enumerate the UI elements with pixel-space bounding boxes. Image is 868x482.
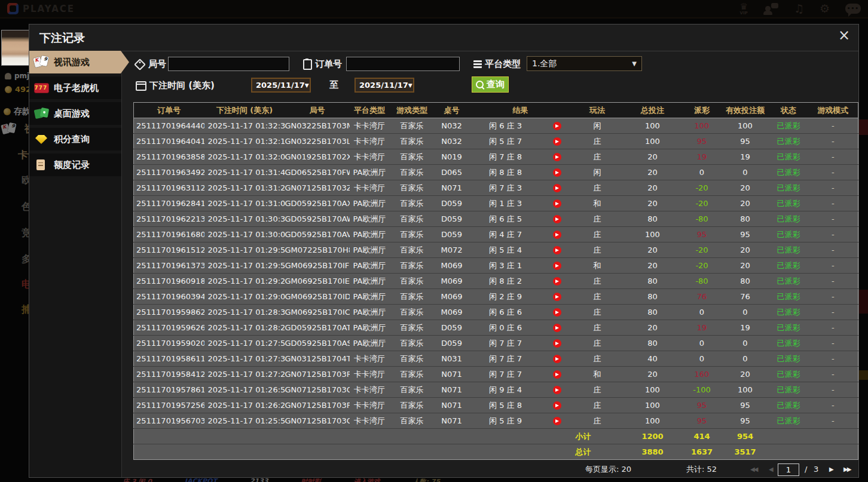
result-cell: 闲 7 庄 7 <box>469 351 572 367</box>
replay-video-button[interactable] <box>553 324 561 332</box>
replay-video-button[interactable] <box>553 199 561 208</box>
summary-cell: 1637 <box>683 444 722 460</box>
valid-bet-cell: 95 <box>722 227 769 242</box>
play-method-cell: 庄 <box>572 180 623 196</box>
order-number-input[interactable] <box>346 57 460 71</box>
replay-video-button[interactable] <box>553 355 561 363</box>
game-mode-cell: - <box>808 165 858 180</box>
cell: 百家乐 <box>390 305 435 320</box>
page-separator: / <box>805 462 807 477</box>
replay-video-button[interactable] <box>553 293 561 301</box>
sidebar-item-slots[interactable]: 电子老虎机 <box>29 76 121 99</box>
cell: PA欧洲厅 <box>350 211 390 227</box>
game-mode-cell: - <box>808 398 858 413</box>
replay-video-button[interactable] <box>553 153 561 161</box>
replay-video-button[interactable] <box>553 339 561 348</box>
cell: 百家乐 <box>390 118 435 134</box>
play-method-cell: 闲 <box>572 118 623 134</box>
replay-video-button[interactable] <box>553 417 561 425</box>
modal-title: 下注记录 <box>39 30 85 46</box>
sidebar-item-points[interactable]: 积分查询 <box>29 128 121 151</box>
replay-video-button[interactable] <box>553 137 561 146</box>
payout-cell: 19 <box>683 149 722 165</box>
last-page-button[interactable]: ▶▶ <box>843 462 850 477</box>
valid-bet-cell: 95 <box>722 134 769 149</box>
date-from-picker[interactable]: 2025/11/17 ▼ <box>251 78 311 93</box>
date-to-picker[interactable]: 2025/11/17 ▼ <box>354 78 414 93</box>
total-bet-cell: 100 <box>623 382 683 398</box>
replay-video-button[interactable] <box>553 401 561 410</box>
valid-bet-cell: 0 <box>722 336 769 351</box>
replay-video-button[interactable] <box>553 168 561 177</box>
status-cell: 已派彩 <box>769 336 808 351</box>
cell: GN01925B1702X <box>285 149 350 165</box>
game-mode-cell: - <box>808 258 858 274</box>
play-method-cell: 和 <box>572 367 623 382</box>
column-header: 平台类型 <box>350 103 390 118</box>
payout-cell: 95 <box>683 398 722 413</box>
replay-video-button[interactable] <box>553 277 561 285</box>
sidebar-item-table-games[interactable]: 桌面游戏 <box>29 102 121 125</box>
replay-video-button[interactable] <box>553 308 561 317</box>
game-mode-cell: - <box>808 351 858 367</box>
replay-video-button[interactable] <box>553 246 561 254</box>
table-games-icon <box>33 107 50 120</box>
cell: 2025-11-17 01:28:33 <box>204 305 285 320</box>
payout-cell: -100 <box>683 382 722 398</box>
replay-video-button[interactable] <box>553 231 561 239</box>
play-method-cell: 庄 <box>572 305 623 320</box>
status-cell: 已派彩 <box>769 165 808 180</box>
search-button[interactable]: 查询 <box>472 76 509 93</box>
cell: 2025-11-17 01:30:34 <box>204 211 285 227</box>
platform-type-dropdown[interactable]: 1.全部 ▼ <box>527 56 642 71</box>
replay-video-button[interactable] <box>553 122 561 130</box>
cell: 卡卡湾厅 <box>350 149 390 165</box>
platform-icon <box>473 60 482 68</box>
replay-video-button[interactable] <box>553 262 561 270</box>
valid-bet-cell: 100 <box>722 118 769 134</box>
cell: 251117019616803 <box>134 227 204 242</box>
summary-cell: 414 <box>683 429 722 444</box>
result-cell: 闲 7 庄 3 <box>469 180 572 196</box>
status-cell: 已派彩 <box>769 413 808 429</box>
close-icon[interactable]: × <box>838 28 850 42</box>
first-page-button[interactable]: ◀◀ <box>750 462 757 477</box>
cell: GM06925B170IF <box>285 258 350 274</box>
result-cell: 闲 2 庄 9 <box>469 289 572 305</box>
table-row: 2511170196404152025-11-17 01:32:16GN0322… <box>134 134 858 149</box>
result-text: 闲 3 庄 1 <box>469 260 542 271</box>
replay-video-button[interactable] <box>553 386 561 394</box>
table-row: 2511170196168032025-11-17 01:30:05GD0592… <box>134 227 858 242</box>
column-header: 状态 <box>769 103 808 118</box>
order-number-label: 订单号 <box>303 57 342 72</box>
page-number-input[interactable]: 1 <box>778 463 799 476</box>
result-cell: 闲 8 庄 2 <box>469 274 572 289</box>
cell: PA欧洲厅 <box>350 305 390 320</box>
cell: M069 <box>435 258 469 274</box>
prev-page-button[interactable]: ◀ <box>769 462 774 477</box>
cell: 2025-11-17 01:27:51 <box>204 336 285 351</box>
cell: 2025-11-17 01:29:58 <box>204 242 285 258</box>
total-bet-cell: 40 <box>623 351 683 367</box>
next-page-button[interactable]: ▶ <box>829 462 834 477</box>
cell: 251117019615120 <box>134 242 204 258</box>
summary-cell <box>808 429 858 444</box>
cell <box>134 429 572 444</box>
round-number-input[interactable] <box>168 57 289 71</box>
sidebar-item-video-games[interactable]: 视讯游戏 <box>29 51 129 73</box>
payout-cell: 0 <box>683 305 722 320</box>
status-cell: 已派彩 <box>769 149 808 165</box>
sidebar-item-records[interactable]: 额度记录 <box>29 153 121 176</box>
replay-video-button[interactable] <box>553 215 561 223</box>
table-row: 2511170196039442025-11-17 01:29:00GM0692… <box>134 289 858 305</box>
total-bet-cell: 20 <box>623 196 683 211</box>
game-mode-cell: - <box>808 180 858 196</box>
replay-video-button[interactable] <box>553 184 561 192</box>
sidebar-item-label: 积分查询 <box>54 134 90 145</box>
cell: 卡卡湾厅 <box>350 134 390 149</box>
status-cell: 已派彩 <box>769 242 808 258</box>
total-bet-cell: 20 <box>623 149 683 165</box>
replay-video-button[interactable] <box>553 370 561 379</box>
cell: 2025-11-17 01:31:23 <box>204 180 285 196</box>
result-cell: 闲 5 庄 9 <box>469 413 572 429</box>
